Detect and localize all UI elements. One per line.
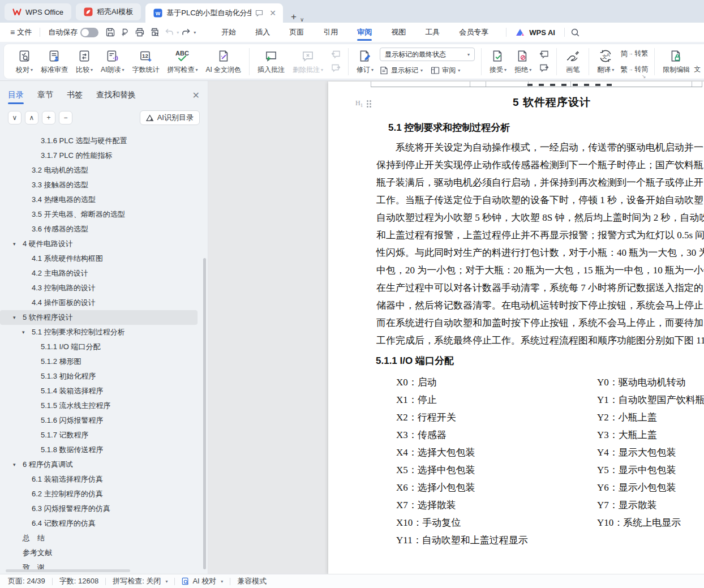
close-tab-icon[interactable]: ✕	[267, 8, 278, 18]
toc-item[interactable]: 6.1 装箱选择程序仿真	[0, 472, 202, 487]
next-change-button[interactable]	[538, 63, 550, 74]
ai-read-aloud-button[interactable]: AI朗读▾	[97, 48, 128, 75]
toc-item[interactable]: 5.1.6 闪烁报警程序	[0, 413, 202, 428]
paragraph-line[interactable]: 而在系统进行自动吹塑和加盖时按下停止按钮，系统不会马上停止，而要待加	[376, 314, 704, 332]
toc-item[interactable]: 5.1.4 装箱选择程序	[0, 384, 202, 398]
restrict-editing-button[interactable]: 限制编辑	[659, 48, 694, 75]
toc-item[interactable]: 6.3 闪烁报警程序的仿真	[0, 501, 202, 516]
redo-button[interactable]	[179, 25, 194, 39]
search-icon[interactable]	[568, 25, 583, 39]
comment-bubble-icon[interactable]	[255, 10, 263, 17]
toc-item[interactable]: 参考文献	[0, 546, 202, 560]
page-indicator[interactable]: 页面: 24/39	[8, 576, 45, 586]
compare-button[interactable]: 比较▾	[72, 48, 97, 75]
save-button[interactable]	[103, 25, 118, 39]
reject-changes-button[interactable]: 拒绝▾	[510, 48, 535, 75]
paragraph-line[interactable]: 储器中，然后将记数器清零。在电动机运转时按下停止按钮，系统会马上停止	[376, 297, 704, 314]
io-row[interactable]: X3：传感器Y3：大瓶上盖	[328, 426, 704, 444]
print-button[interactable]	[132, 25, 147, 39]
tab-document[interactable]: W 基于PLC的小型自动化分生产 ✕	[145, 3, 283, 23]
io-row[interactable]: X5：选择中包包装Y5：显示中包包装	[328, 461, 704, 479]
menu-tab-引用[interactable]: 引用	[314, 23, 347, 42]
menu-tab-视图[interactable]: 视图	[381, 23, 415, 42]
translate-button[interactable]: 文A 翻译▾	[593, 48, 618, 75]
paragraph-line[interactable]: 自动吹塑过程为小吹塑 5 秒钟，大吹塑 8S 钟，然后均上盖时间为 2 秒，自动…	[376, 209, 704, 226]
toc-item[interactable]: 3.2 电动机的选型	[0, 163, 202, 178]
toc-item[interactable]: 4.4 操作面板的设计	[0, 295, 202, 310]
toc-item[interactable]: 5.1.3 初始化程序	[0, 369, 202, 384]
ink-pen-button[interactable]: 画笔	[561, 48, 585, 75]
toc-item[interactable]: 6.2 主控制程序的仿真	[0, 487, 202, 501]
io-row[interactable]: X7：选择散装Y7：显示散装	[328, 496, 704, 514]
sidebar-tab-toc[interactable]: 目录	[8, 90, 24, 100]
proofread-button[interactable]: 校对▾	[12, 48, 37, 75]
paragraph-line[interactable]: 瓶子装满后，驱动电机必须自行启动，并保持到再次检测到一个瓶子或停止开	[376, 174, 704, 191]
paragraph-line[interactable]: 工作完成后，系统最终停止工作。系统过程流程图和顺序功能图分别如下图 11.	[376, 332, 704, 349]
accept-changes-button[interactable]: 接受▾	[486, 48, 510, 75]
io-row[interactable]: X4：选择大包包装Y4：显示大包包装	[328, 444, 704, 461]
section-heading[interactable]: 5.1 控制要求和控制过程分析	[388, 121, 510, 134]
close-sidebar-icon[interactable]: ✕	[192, 90, 200, 101]
sidebar-horizontal-scrollbar[interactable]	[6, 569, 130, 572]
subsection-heading[interactable]: 5.1.1 I/O 端口分配	[376, 354, 454, 367]
track-changes-button[interactable]: 修订▾	[353, 48, 377, 75]
ai-proofread-status[interactable]: AI 校对▾	[182, 576, 223, 586]
toc-item[interactable]: 5.1.2 梯形图	[0, 354, 202, 369]
zoom-in-toc-button[interactable]: +	[42, 111, 55, 125]
review-pane-button[interactable]: 审阅▾	[431, 66, 460, 75]
simplified-to-traditional-button[interactable]: 简→ 转繁	[620, 49, 648, 59]
io-row[interactable]: X2：行程开关Y2：小瓶上盖	[328, 409, 704, 426]
paragraph-line[interactable]: 系统将开关设定为自动操作模式，一经启动，传送带的驱动电机启动并一	[376, 139, 704, 156]
io-row[interactable]: X6：选择小包包装Y6：显示小包包装	[328, 479, 704, 496]
new-tab-dropdown-icon[interactable]: ∨	[300, 16, 304, 23]
tab-wps-home[interactable]: WPS Office	[5, 3, 71, 20]
sidebar-tab-find-replace[interactable]: 查找和替换	[96, 90, 136, 100]
toc-item[interactable]: 4.1 系统硬件结构框图	[0, 251, 202, 266]
toc-item[interactable]: ▾5.1 控制要求和控制过程分析	[0, 325, 202, 340]
toc-item[interactable]: 4.2 主电路的设计	[0, 266, 202, 281]
menu-tab-会员专享[interactable]: 会员专享	[449, 23, 498, 42]
collapse-arrow-icon[interactable]: ▾	[22, 329, 25, 335]
show-markup-button[interactable]: 显示标记▾	[380, 66, 423, 75]
toc-item[interactable]: ▾4 硬件电路设计	[0, 237, 202, 251]
toc-item[interactable]: 5.1.5 流水线主控程序	[0, 398, 202, 413]
toc-item[interactable]: 3.3 接触器的选型	[0, 178, 202, 192]
toc-item[interactable]: 3.1.7 PLC 的性能指标	[0, 148, 202, 163]
collapse-arrow-icon[interactable]: ▾	[13, 462, 16, 467]
toc-item[interactable]: 3.6 传感器的选型	[0, 222, 202, 237]
menu-tab-插入[interactable]: 插入	[246, 23, 280, 42]
standard-review-button[interactable]: 标准审查	[37, 48, 72, 75]
toc-item[interactable]: ▾5 软件程序设计	[0, 310, 198, 325]
chapter-heading[interactable]: 5 软件程序设计	[328, 95, 704, 110]
io-row[interactable]: X0：启动Y0：驱动电动机转动	[328, 374, 704, 391]
ai-detect-toc-button[interactable]: AI识别目录	[140, 110, 200, 125]
collapse-arrow-icon[interactable]: ▾	[13, 315, 16, 320]
redo-dropdown-icon[interactable]: ▾	[194, 30, 196, 35]
new-tab-button[interactable]: +	[289, 11, 299, 23]
paragraph-line[interactable]: 中包，20 为一小包；对于大瓶：20 瓶为一大包，15 瓶为一中包，10 瓶为一…	[376, 261, 704, 279]
toc-item[interactable]: 3.5 开关电器、熔断器的选型	[0, 207, 202, 222]
tab-docer-templates[interactable]: 稻壳AI模板	[76, 3, 141, 20]
sidebar-vertical-scrollbar[interactable]	[203, 258, 206, 569]
toc-item[interactable]: 总 结	[0, 531, 202, 546]
spell-check-button[interactable]: ABC 拼写检查▾	[163, 48, 201, 75]
export-pdf-button[interactable]	[118, 25, 132, 39]
zoom-out-toc-button[interactable]: −	[59, 111, 72, 125]
toc-item[interactable]: ▾6 程序仿真调试	[0, 457, 202, 472]
previous-change-button[interactable]	[538, 50, 550, 60]
paragraph-line[interactable]: 性闪烁。与此同时对生产的料进行打包计数，对于小瓶：40 瓶为一大包，30 为	[376, 244, 704, 261]
io-row[interactable]: X1：停止Y1：自动吹塑国产饮料瓶	[328, 391, 704, 409]
file-menu[interactable]: ≡ 文件	[6, 27, 36, 37]
toc-item[interactable]: 3.1.6 PLC 选型与硬件配置	[0, 134, 202, 148]
collapse-arrow-icon[interactable]: ▾	[13, 241, 16, 247]
wps-ai-button[interactable]: WPS AI	[510, 28, 561, 37]
menu-tab-工具[interactable]: 工具	[415, 23, 449, 42]
autosave-control[interactable]: 自动保存	[44, 27, 103, 37]
toc-item[interactable]: 6.4 记数程序的仿真	[0, 516, 202, 531]
ai-polish-button[interactable]: AI 全文润色	[201, 48, 245, 75]
toc-item[interactable]: 5.1.1 I/O 端口分配	[0, 340, 202, 354]
toc-item[interactable]: 4.3 控制电路的设计	[0, 281, 202, 295]
menu-tab-页面[interactable]: 页面	[280, 23, 314, 42]
traditional-to-simplified-button[interactable]: 繁→ 转简	[620, 65, 648, 75]
word-count-indicator[interactable]: 字数: 12608	[59, 576, 98, 586]
